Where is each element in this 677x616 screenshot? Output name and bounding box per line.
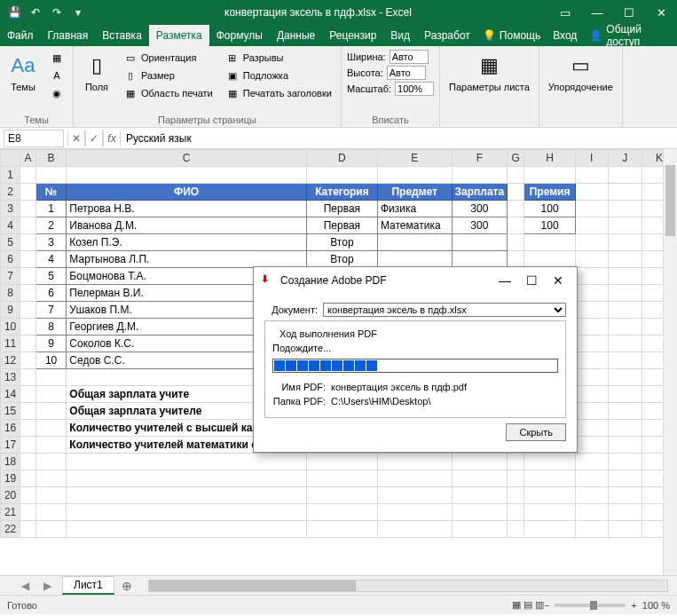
cell[interactable]: 300 — [452, 201, 508, 217]
cell[interactable] — [20, 386, 36, 403]
cell[interactable] — [35, 470, 67, 487]
cell[interactable] — [35, 167, 67, 184]
cell[interactable]: 10 — [35, 352, 67, 369]
cell[interactable] — [306, 454, 377, 470]
qat-customize-icon[interactable]: ▾ — [69, 4, 87, 21]
sheet-nav-next-icon[interactable]: ▶ — [40, 580, 55, 592]
cell[interactable] — [608, 403, 642, 420]
view-layout-icon[interactable]: ▤ — [523, 599, 532, 611]
cell[interactable] — [508, 234, 524, 251]
cell[interactable] — [524, 470, 575, 487]
row-header[interactable]: 5 — [1, 234, 20, 251]
cell[interactable] — [575, 167, 608, 184]
doc-select[interactable]: конвертация эксель в пдф.xlsx — [323, 303, 566, 317]
cell[interactable] — [20, 234, 36, 251]
tab-insert[interactable]: Вставка — [95, 25, 149, 46]
cell[interactable] — [575, 201, 608, 217]
cell[interactable] — [575, 504, 608, 521]
cell[interactable] — [608, 302, 642, 319]
dialog-minimize-icon[interactable]: — — [493, 273, 516, 288]
cell[interactable] — [20, 369, 36, 386]
cell[interactable] — [524, 251, 575, 268]
cell[interactable] — [608, 251, 642, 268]
cell[interactable] — [306, 167, 377, 184]
row-header[interactable]: 15 — [1, 403, 20, 420]
cell[interactable]: 8 — [35, 319, 67, 336]
tab-dev[interactable]: Разработ — [417, 25, 477, 46]
cell[interactable] — [608, 285, 642, 302]
cell[interactable] — [377, 521, 452, 538]
print-area-button[interactable]: ▦Область печати — [120, 85, 216, 101]
cell[interactable]: Первая — [306, 201, 377, 217]
cell[interactable] — [377, 470, 452, 487]
fx-icon[interactable]: fx — [103, 130, 121, 146]
orientation-button[interactable]: ▭Ориентация — [120, 50, 216, 66]
cell[interactable] — [377, 251, 452, 268]
col-header[interactable]: C — [67, 150, 307, 167]
sheet-nav-prev-icon[interactable]: ◀ — [18, 580, 33, 592]
effects-button[interactable]: ◉ — [46, 85, 67, 101]
cancel-formula-icon[interactable]: ✕ — [67, 130, 85, 146]
row-header[interactable]: 16 — [1, 420, 20, 437]
cell[interactable] — [20, 352, 36, 369]
cell[interactable] — [306, 504, 377, 521]
cell[interactable] — [20, 336, 36, 352]
cell[interactable] — [35, 521, 67, 538]
tab-login[interactable]: Вход — [546, 25, 584, 46]
cell[interactable] — [377, 454, 452, 470]
cell[interactable] — [20, 437, 36, 454]
cell[interactable]: Первая — [306, 217, 377, 234]
cell[interactable] — [20, 487, 36, 504]
col-header[interactable]: E — [377, 150, 452, 167]
row-header[interactable]: 3 — [1, 201, 20, 217]
cell[interactable] — [377, 504, 452, 521]
cell[interactable] — [524, 521, 575, 538]
cell[interactable]: 4 — [35, 251, 67, 268]
fonts-button[interactable]: A — [46, 67, 67, 83]
print-titles-button[interactable]: ▦Печатать заголовки — [222, 85, 335, 101]
cell[interactable] — [575, 521, 608, 538]
cell[interactable]: Петрова Н.В. — [67, 201, 307, 217]
cell[interactable] — [35, 369, 67, 386]
cell[interactable] — [452, 167, 508, 184]
tab-data[interactable]: Данные — [270, 25, 322, 46]
sheet-options-button[interactable]: ▦ Параметры листа — [445, 50, 533, 94]
tab-review[interactable]: Рецензир — [322, 25, 383, 46]
help-button[interactable]: 💡Помощь — [477, 25, 546, 46]
row-header[interactable]: 2 — [1, 184, 20, 201]
cell[interactable] — [452, 470, 508, 487]
cell[interactable] — [508, 201, 524, 217]
cell[interactable] — [575, 386, 608, 403]
row-header[interactable]: 6 — [1, 251, 20, 268]
cell[interactable]: Премия — [524, 184, 575, 201]
cell[interactable] — [35, 437, 67, 454]
cell[interactable] — [20, 319, 36, 336]
scale-input[interactable] — [395, 82, 434, 96]
undo-icon[interactable]: ↶ — [27, 4, 44, 21]
cell[interactable] — [20, 184, 36, 201]
row-header[interactable]: 7 — [1, 268, 20, 285]
cell[interactable]: 5 — [35, 268, 67, 285]
cell[interactable] — [67, 167, 307, 184]
cell[interactable] — [575, 437, 608, 454]
cell[interactable] — [377, 234, 452, 251]
cell[interactable]: Втор — [306, 251, 377, 268]
cell[interactable] — [35, 487, 67, 504]
cell[interactable]: № — [35, 184, 67, 201]
cell[interactable]: ФИО — [67, 184, 307, 201]
zoom-out-icon[interactable]: − — [544, 600, 549, 611]
cell[interactable] — [35, 454, 67, 470]
cell[interactable]: 100 — [524, 201, 575, 217]
cell[interactable]: Втор — [306, 234, 377, 251]
row-header[interactable]: 19 — [1, 470, 20, 487]
save-icon[interactable]: 💾 — [5, 4, 23, 21]
cell[interactable] — [608, 504, 642, 521]
cell[interactable] — [508, 167, 524, 184]
cell[interactable] — [575, 403, 608, 420]
cell[interactable] — [306, 521, 377, 538]
cell[interactable] — [35, 504, 67, 521]
cell[interactable] — [608, 437, 642, 454]
cell[interactable] — [575, 420, 608, 437]
cell[interactable] — [20, 470, 36, 487]
vertical-scrollbar[interactable] — [663, 149, 677, 575]
